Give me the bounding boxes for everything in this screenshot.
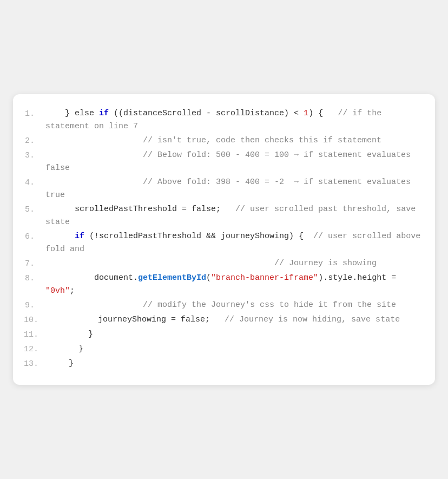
line-content: // isn't true, code then checks this if … bbox=[45, 134, 424, 147]
line-content: } bbox=[49, 357, 424, 370]
code-token: 1 bbox=[304, 109, 308, 118]
code-line: 1. } else if ((distanceScrolled - scroll… bbox=[24, 107, 424, 133]
code-token: } bbox=[49, 344, 83, 353]
code-token: } else bbox=[45, 109, 99, 118]
code-line: 2. // isn't true, code then checks this … bbox=[24, 134, 424, 148]
line-content: document.getElementById("branch-banner-i… bbox=[45, 272, 424, 298]
line-content: // Below fold: 500 - 400 = 100 → if stat… bbox=[45, 149, 424, 175]
code-line: 8. document.getElementById("branch-banne… bbox=[24, 272, 424, 298]
code-token: // isn't true, code then checks this if … bbox=[45, 136, 381, 145]
code-token: "0vh" bbox=[45, 286, 70, 296]
line-number: 11. bbox=[24, 328, 49, 342]
line-content: // Journey is showing bbox=[45, 257, 424, 270]
code-token bbox=[45, 232, 75, 241]
code-token: ( bbox=[206, 273, 211, 283]
line-content: if (!scrolledPastThreshold && journeySho… bbox=[45, 230, 424, 256]
line-number: 3. bbox=[24, 149, 45, 162]
line-number: 8. bbox=[24, 272, 45, 285]
code-token: ; bbox=[70, 286, 75, 296]
code-line: 3. // Below fold: 500 - 400 = 100 → if s… bbox=[24, 149, 424, 175]
code-line: 5. scrolledPastThreshold = false; // use… bbox=[24, 203, 424, 229]
code-line: 12. } bbox=[24, 343, 424, 356]
line-number: 6. bbox=[24, 230, 45, 244]
code-token: ).style.height = bbox=[318, 273, 401, 283]
code-token: // Journey is showing bbox=[45, 259, 377, 268]
line-content: // Above fold: 398 - 400 = -2 → if state… bbox=[45, 176, 424, 202]
line-content: // modify the Journey's css to hide it f… bbox=[45, 299, 424, 312]
line-number: 13. bbox=[24, 357, 49, 371]
line-content: } else if ((distanceScrolled - scrollDis… bbox=[45, 107, 424, 133]
code-line: 6. if (!scrolledPastThreshold && journey… bbox=[24, 230, 424, 256]
code-token: scrolledPastThreshold = false; bbox=[45, 205, 235, 214]
line-number: 10. bbox=[24, 313, 49, 327]
code-token: (!scrolledPastThreshold && journeyShowin… bbox=[84, 232, 313, 241]
code-line: 11. } bbox=[24, 328, 424, 342]
code-token: } bbox=[49, 359, 74, 368]
code-token: ((distanceScrolled - scrollDistance) < bbox=[109, 109, 304, 118]
code-token: document. bbox=[45, 273, 138, 283]
code-line: 9. // modify the Journey's css to hide i… bbox=[24, 299, 424, 312]
code-line: 4. // Above fold: 398 - 400 = -2 → if st… bbox=[24, 176, 424, 202]
code-token: // Below fold: 500 - 400 = 100 → if stat… bbox=[45, 150, 416, 173]
code-line: 7. // Journey is showing bbox=[24, 257, 424, 271]
code-token: getElementById bbox=[138, 273, 206, 283]
code-line: 13. } bbox=[24, 357, 424, 371]
line-number: 7. bbox=[24, 257, 45, 271]
code-token: // Above fold: 398 - 400 = -2 → if state… bbox=[45, 178, 416, 200]
line-content: scrolledPastThreshold = false; // user s… bbox=[45, 203, 424, 229]
line-content: } bbox=[49, 343, 424, 356]
code-token: journeyShowing = false; bbox=[49, 315, 225, 324]
code-token: if bbox=[99, 109, 109, 118]
line-number: 12. bbox=[24, 343, 49, 356]
line-content: } bbox=[49, 328, 424, 341]
code-token: "branch-banner-iframe" bbox=[211, 273, 318, 283]
code-token: } bbox=[49, 330, 93, 339]
line-number: 5. bbox=[24, 203, 45, 216]
line-number: 1. bbox=[24, 107, 45, 121]
code-line: 10. journeyShowing = false; // Journey i… bbox=[24, 313, 424, 327]
code-container: 1. } else if ((distanceScrolled - scroll… bbox=[13, 94, 435, 385]
line-number: 2. bbox=[24, 134, 45, 148]
code-token: // Journey is now hiding, save state bbox=[225, 315, 400, 324]
code-token: // modify the Journey's css to hide it f… bbox=[45, 300, 396, 310]
line-number: 4. bbox=[24, 176, 45, 189]
code-token: ) { bbox=[308, 109, 338, 118]
code-token: if bbox=[75, 232, 84, 241]
line-content: journeyShowing = false; // Journey is no… bbox=[49, 313, 424, 326]
code-block: 1. } else if ((distanceScrolled - scroll… bbox=[24, 107, 424, 371]
line-number: 9. bbox=[24, 299, 45, 312]
